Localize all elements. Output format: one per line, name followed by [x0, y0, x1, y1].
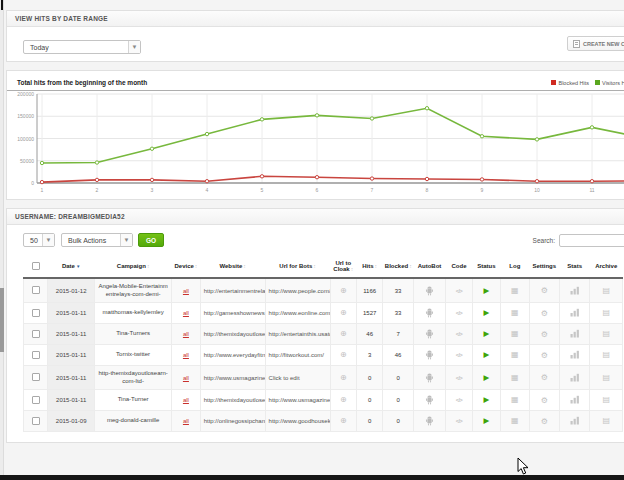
log-icon[interactable]: ▦	[511, 416, 519, 425]
status-active-icon[interactable]: ▶	[483, 308, 489, 317]
row-device-link[interactable]: all	[183, 375, 189, 381]
archive-icon[interactable]: ▤	[602, 350, 610, 359]
row-checkbox[interactable]	[32, 330, 40, 338]
row-date: 2015-01-11	[48, 345, 95, 366]
cloak-globe-icon[interactable]: ⊕	[340, 373, 347, 382]
row-checkbox[interactable]	[32, 309, 40, 317]
scrollbar-thumb[interactable]	[0, 288, 4, 352]
archive-icon[interactable]: ▤	[602, 286, 610, 295]
header-campaign[interactable]: Campaign↕	[95, 255, 172, 278]
row-device-link[interactable]: all	[183, 288, 189, 294]
header-url-for-bots[interactable]: Url for Bots↕	[265, 255, 330, 278]
header-hits[interactable]: Hits↕	[356, 255, 382, 278]
settings-gear-icon[interactable]: ⚙	[541, 309, 548, 318]
code-icon[interactable]: </>	[456, 397, 462, 403]
row-url-for-bots[interactable]: http://fitworkout.com/	[265, 345, 330, 366]
settings-gear-icon[interactable]: ⚙	[541, 351, 548, 360]
status-active-icon[interactable]: ▶	[483, 286, 489, 295]
row-hits: 46	[356, 324, 382, 345]
row-url-for-bots[interactable]: http://www.usmagazine.c...	[265, 390, 330, 411]
log-icon[interactable]: ▦	[511, 329, 519, 338]
android-autobot-icon[interactable]	[425, 328, 434, 339]
cloak-globe-icon[interactable]: ⊕	[340, 329, 347, 338]
date-range-select[interactable]: Today ▼	[23, 40, 141, 54]
archive-icon[interactable]: ▤	[602, 395, 610, 404]
settings-gear-icon[interactable]: ⚙	[541, 417, 548, 426]
android-autobot-icon[interactable]	[425, 285, 434, 296]
row-hits: 3	[356, 345, 382, 366]
header-date[interactable]: Date▼	[48, 255, 95, 278]
row-url-for-bots[interactable]: http://www.people.com/ar...	[265, 278, 330, 303]
cloak-globe-icon[interactable]: ⊕	[340, 350, 347, 359]
page-size-select[interactable]: 50 ▼	[23, 233, 55, 247]
row-hits: 0	[356, 366, 382, 390]
code-icon[interactable]: </>	[456, 352, 462, 358]
status-active-icon[interactable]: ▶	[483, 350, 489, 359]
archive-icon[interactable]: ▤	[602, 373, 610, 382]
row-device-link[interactable]: all	[183, 331, 189, 337]
cloak-globe-icon[interactable]: ⊕	[340, 308, 347, 317]
log-icon[interactable]: ▦	[511, 308, 519, 317]
cloak-globe-icon[interactable]: ⊕	[340, 286, 347, 295]
android-autobot-icon[interactable]	[425, 349, 434, 360]
settings-gear-icon[interactable]: ⚙	[541, 330, 548, 339]
row-device-link[interactable]: all	[183, 418, 189, 424]
archive-icon[interactable]: ▤	[602, 329, 610, 338]
row-blocked: 0	[383, 411, 413, 432]
stats-bars-icon[interactable]	[570, 395, 580, 404]
log-icon[interactable]: ▦	[511, 286, 519, 295]
stats-bars-icon[interactable]	[570, 350, 580, 359]
log-icon[interactable]: ▦	[511, 350, 519, 359]
code-icon[interactable]: </>	[456, 418, 462, 424]
archive-icon[interactable]: ▤	[602, 416, 610, 425]
stats-bars-icon[interactable]	[570, 329, 580, 338]
log-icon[interactable]: ▦	[511, 373, 519, 382]
header-website[interactable]: Website↕	[200, 255, 265, 278]
code-icon[interactable]: </>	[456, 310, 462, 316]
bulk-actions-select[interactable]: Bulk Actions ▼	[61, 233, 133, 247]
code-icon[interactable]: </>	[456, 375, 462, 381]
log-icon[interactable]: ▦	[511, 395, 519, 404]
settings-gear-icon[interactable]: ⚙	[541, 396, 548, 405]
stats-bars-icon[interactable]	[570, 286, 580, 295]
status-active-icon[interactable]: ▶	[483, 395, 489, 404]
row-checkbox[interactable]	[32, 351, 40, 359]
cloak-globe-icon[interactable]: ⊕	[340, 395, 347, 404]
go-button[interactable]: GO	[138, 233, 164, 247]
status-active-icon[interactable]: ▶	[483, 329, 489, 338]
android-autobot-icon[interactable]	[425, 307, 434, 318]
header-url-to-cloak[interactable]: Url to Cloak↕	[330, 255, 356, 278]
android-autobot-icon[interactable]	[425, 372, 434, 383]
code-icon[interactable]: </>	[456, 288, 462, 294]
android-autobot-icon[interactable]	[425, 415, 434, 426]
row-url-for-bots[interactable]: http://www.eonline.com/n...	[265, 303, 330, 324]
stats-bars-icon[interactable]	[570, 308, 580, 317]
search-input[interactable]	[559, 234, 624, 247]
select-all-checkbox[interactable]	[32, 262, 40, 270]
android-autobot-icon[interactable]	[425, 394, 434, 405]
create-new-campaign-button[interactable]: CREATE NEW CAMPAIGN	[567, 36, 624, 51]
row-device-link[interactable]: all	[183, 352, 189, 358]
header-device[interactable]: Device↕	[172, 255, 200, 278]
row-campaign: http-themixdayoutlosearn-com-ltd-	[95, 366, 172, 390]
status-active-icon[interactable]: ▶	[483, 416, 489, 425]
row-url-for-bots[interactable]: http://www.goodhouseke...	[265, 411, 330, 432]
status-active-icon[interactable]: ▶	[483, 373, 489, 382]
row-device-link[interactable]: all	[183, 310, 189, 316]
row-checkbox[interactable]	[32, 396, 40, 404]
sort-icon: ↕	[147, 263, 150, 269]
stats-bars-icon[interactable]	[570, 416, 580, 425]
code-icon[interactable]: </>	[456, 331, 462, 337]
row-checkbox[interactable]	[32, 417, 40, 425]
row-checkbox[interactable]	[32, 373, 40, 381]
settings-gear-icon[interactable]: ⚙	[541, 286, 548, 295]
archive-icon[interactable]: ▤	[602, 308, 610, 317]
row-checkbox[interactable]	[32, 286, 40, 294]
row-device-link[interactable]: all	[183, 397, 189, 403]
header-blocked[interactable]: Blocked↕	[383, 255, 413, 278]
row-url-for-bots[interactable]: Click to edit	[265, 366, 330, 390]
stats-bars-icon[interactable]	[570, 373, 580, 382]
settings-gear-icon[interactable]: ⚙	[541, 373, 548, 382]
cloak-globe-icon[interactable]: ⊕	[340, 416, 347, 425]
row-url-for-bots[interactable]: http://entertainthis.usatod...	[265, 324, 330, 345]
